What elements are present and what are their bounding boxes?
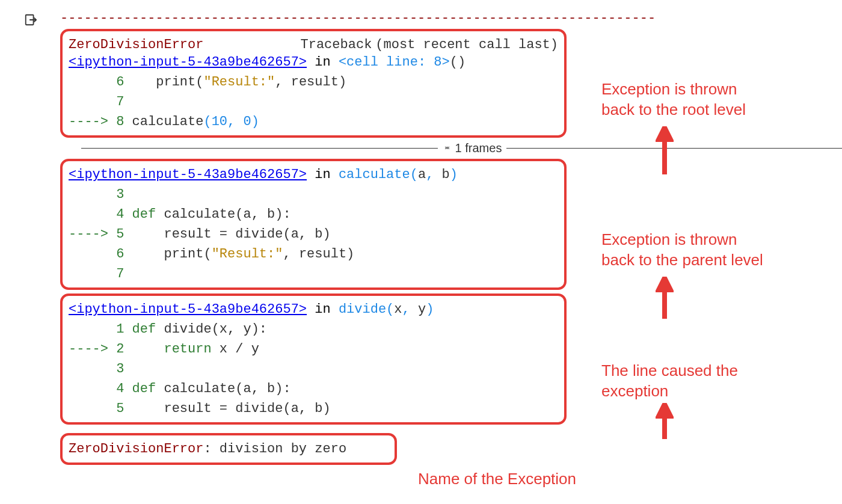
ipython-ref-link[interactable]: <ipython-input-5-43a9be462657> bbox=[69, 302, 307, 317]
collapse-icon: ⌄⌃ bbox=[443, 143, 452, 154]
traceback-label: Traceback bbox=[301, 37, 372, 52]
code-line-current: ----> 8 calculate(10, 0) bbox=[69, 112, 558, 132]
ipython-ref-link[interactable]: <ipython-input-5-43a9be462657> bbox=[69, 167, 307, 182]
ipython-ref-link[interactable]: <ipython-input-5-43a9be462657> bbox=[69, 55, 307, 70]
code-line: 4 def calculate(a, b): bbox=[69, 204, 558, 224]
code-line: 4 def calculate(a, b): bbox=[69, 379, 558, 399]
code-line: 7 bbox=[69, 92, 558, 112]
separator-line: ----------------------------------------… bbox=[60, 12, 818, 25]
output-indicator-icon bbox=[24, 13, 37, 30]
final-error-msg: division by zero bbox=[220, 441, 346, 456]
code-line-current: ----> 2 return x / y bbox=[69, 339, 558, 359]
annotation-name: Name of the Exception bbox=[418, 469, 576, 490]
traceback-note: (most recent call last) bbox=[375, 37, 558, 52]
annotation-root: Exception is thrownback to the root leve… bbox=[601, 79, 746, 120]
code-line: 3 bbox=[69, 185, 558, 204]
error-name: ZeroDivisionError bbox=[69, 37, 203, 52]
frame-location: <ipython-input-5-43a9be462657> in calcul… bbox=[69, 165, 558, 185]
code-line: 7 bbox=[69, 264, 558, 284]
code-line: 5 result = divide(a, b) bbox=[69, 399, 558, 419]
code-line: 3 bbox=[69, 359, 558, 379]
code-line: 6 print("Result:", result) bbox=[69, 244, 558, 264]
frames-label: 1 frames bbox=[455, 141, 502, 155]
arrow-up-icon bbox=[656, 403, 674, 439]
annotation-origin: The line caused theexception bbox=[601, 361, 738, 402]
code-line-current: ----> 5 result = divide(a, b) bbox=[69, 224, 558, 244]
arrow-up-icon bbox=[656, 126, 674, 174]
frame-location: <ipython-input-5-43a9be462657> in <cell … bbox=[69, 52, 558, 72]
frame-root: ZeroDivisionError Traceback (most recent… bbox=[60, 29, 567, 138]
error-header: ZeroDivisionError Traceback (most recent… bbox=[69, 37, 558, 52]
annotation-parent: Exception is thrownback to the parent le… bbox=[601, 230, 763, 271]
arrow-up-icon bbox=[656, 277, 674, 319]
final-error-name: ZeroDivisionError bbox=[69, 441, 203, 456]
code-line: 1 def divide(x, y): bbox=[69, 319, 558, 339]
frame-origin: <ipython-input-5-43a9be462657> in divide… bbox=[60, 293, 567, 425]
frames-collapser[interactable]: ⌄⌃ 1 frames bbox=[81, 141, 842, 155]
frame-location: <ipython-input-5-43a9be462657> in divide… bbox=[69, 300, 558, 319]
code-line: 6 print("Result:", result) bbox=[69, 72, 558, 92]
final-error-line: ZeroDivisionError: division by zero bbox=[60, 433, 397, 465]
frame-parent: <ipython-input-5-43a9be462657> in calcul… bbox=[60, 159, 567, 290]
